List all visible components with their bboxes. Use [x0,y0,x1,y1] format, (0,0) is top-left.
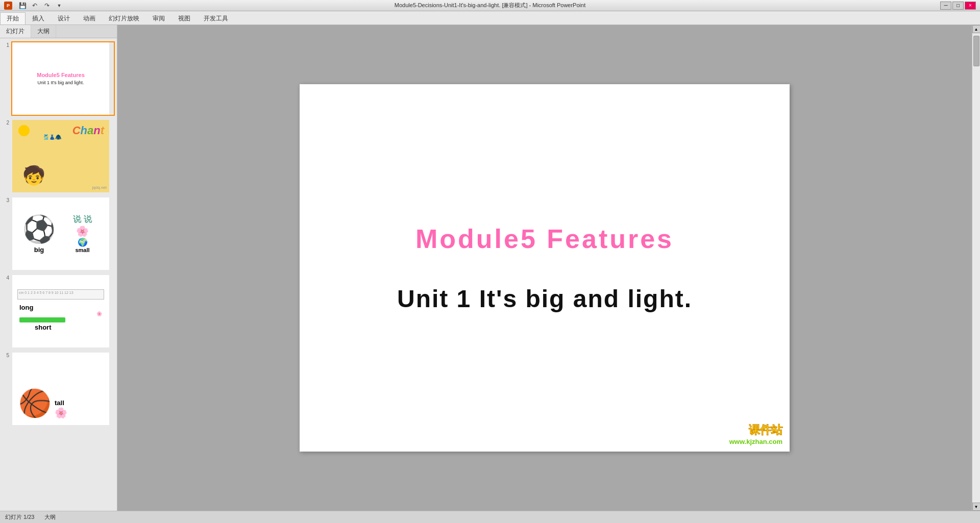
slide-thumb-5[interactable]: 🏀 tall 🌸 [11,352,115,426]
close-button[interactable]: × [965,2,976,10]
window-title: Module5-Decisions-Unit1-It's-big-and-lig… [395,2,585,9]
ruler-image: cm 0 1 2 3 4 5 6 7 8 9 10 11 12 13 [17,289,104,300]
slide1-subtitle: Unit 1 It's big and light. [38,80,84,85]
title-bar: P 💾 ↶ ↷ ▼ Module5-Decisions-Unit1-It's-b… [0,0,980,11]
small-section: 说 说 🌸 🌍 small [61,214,104,253]
slide-thumb-4[interactable]: cm 0 1 2 3 4 5 6 7 8 9 10 11 12 13 long … [11,274,115,348]
title-bar-left: P 💾 ↶ ↷ ▼ [4,0,67,11]
scroll-up-button[interactable]: ▲ [972,25,981,33]
slide-preview-3: ⚽ big 说 说 🌸 🌍 small [12,197,109,270]
tall-label: tall [55,399,67,407]
girl-illustration: 🧒 [22,165,45,186]
basketball-person-icon: 🏀 [18,388,52,419]
slide1-title: Module5 Features [37,72,85,78]
short-label: short [35,323,102,331]
clothes-illustration: 🎽👗🧥 [43,134,61,140]
tab-design[interactable]: 设计 [51,12,77,24]
tab-review[interactable]: 审阅 [146,12,172,24]
main-area: Module5 Features Unit 1 It's big and lig… [117,25,972,511]
slide-item-5[interactable]: 5 🏀 tall 🌸 [2,352,115,426]
chant-text: Chant [72,124,104,137]
slide-item-4[interactable]: 4 cm 0 1 2 3 4 5 6 7 8 9 10 11 12 13 lon… [2,274,115,348]
watermark-cn: 课件站 [729,422,782,438]
watermark-small: jqdq.net [92,185,107,190]
long-label: long [19,304,102,311]
slide-number-1: 1 [2,42,9,48]
slide-number-2: 2 [2,120,9,126]
tab-insert[interactable]: 插入 [26,12,51,24]
flower-icon: 🌸 [76,225,89,237]
slide-thumb-2[interactable]: Chant 🧒 🎽👗🧥 jqdq.net [11,119,115,193]
ruler-markings: cm 0 1 2 3 4 5 6 7 8 9 10 11 12 13 [19,291,74,294]
restore-button[interactable]: □ [952,2,964,10]
tab-start[interactable]: 开始 [0,12,26,24]
panel-tab-slides[interactable]: 幻灯片 [0,25,31,38]
app-icon: P [4,2,12,10]
tab-view[interactable]: 视图 [172,12,197,24]
main-slide-subtitle: Unit 1 It's big and light. [397,285,692,313]
slide-thumb-3[interactable]: ⚽ big 说 说 🌸 🌍 small [11,196,115,271]
theme-name: 大纲 [44,513,56,521]
slide-preview-1: Module5 Features Unit 1 It's big and lig… [12,42,109,115]
app-body: 幻灯片 大纲 1 Module5 Features Unit 1 It's bi… [0,25,980,511]
panel-tabs: 幻灯片 大纲 [0,25,117,38]
big-label: big [34,246,44,254]
big-section: ⚽ big [17,214,61,254]
earth-icon: 🌍 [78,237,88,247]
shuo-label: 说 说 [73,214,91,225]
main-slide[interactable]: Module5 Features Unit 1 It's big and lig… [300,84,790,452]
minimize-button[interactable]: ─ [940,2,951,10]
scroll-track [972,33,980,503]
flower-tall: 🌸 [55,407,67,419]
slide-number-4: 4 [2,275,9,281]
slide-number-5: 5 [2,353,9,358]
sun-decoration [18,125,30,136]
scroll-down-button[interactable]: ▼ [972,503,981,511]
slide-panel: 幻灯片 大纲 1 Module5 Features Unit 1 It's bi… [0,25,117,511]
slide-item-3[interactable]: 3 ⚽ big 说 说 🌸 🌍 small [2,196,115,271]
panel-tab-outline[interactable]: 大纲 [31,25,56,38]
soccer-ball-icon: ⚽ [22,214,56,245]
slide-list: 1 Module5 Features Unit 1 It's big and l… [0,38,117,511]
scroll-thumb[interactable] [973,36,979,66]
watermark-en: www.kjzhan.com [729,438,782,445]
redo-button[interactable]: ↷ [42,1,52,10]
slide-item-2[interactable]: 2 Chant 🧒 🎽👗🧥 jqdq.net [2,119,115,193]
slide-count: 幻灯片 1/23 [5,513,34,521]
save-button[interactable]: 💾 [17,1,28,10]
tab-slideshow[interactable]: 幻灯片放映 [102,12,146,24]
vertical-scrollbar[interactable]: ▲ ▼ [972,25,980,511]
slide-preview-2: Chant 🧒 🎽👗🧥 jqdq.net [12,120,109,192]
watermark: 课件站 www.kjzhan.com [729,422,782,445]
tall-text-section: tall 🌸 [55,399,67,419]
slide-number-3: 3 [2,197,9,203]
status-bar: 幻灯片 1/23 大纲 [0,511,980,523]
tab-devtools[interactable]: 开发工具 [197,12,235,24]
quick-access-toolbar: 💾 ↶ ↷ ▼ [14,0,67,11]
short-bar [19,317,65,322]
slide-preview-5: 🏀 tall 🌸 [12,353,109,425]
tab-animation[interactable]: 动画 [77,12,102,24]
small-label: small [75,247,89,253]
slide3-content: ⚽ big 说 说 🌸 🌍 small [15,201,106,267]
tall-content: 🏀 tall 🌸 [15,356,70,422]
undo-button[interactable]: ↶ [30,1,40,10]
slide-preview-4: cm 0 1 2 3 4 5 6 7 8 9 10 11 12 13 long … [12,275,109,347]
window-controls: ─ □ × [940,2,976,10]
dropdown-button[interactable]: ▼ [54,1,64,10]
ribbon-tabs: 开始 插入 设计 动画 幻灯片放映 审阅 视图 开发工具 [0,11,980,25]
long-short-content: long 🌸 short [15,302,106,333]
slide-item-1[interactable]: 1 Module5 Features Unit 1 It's big and l… [2,41,115,116]
main-slide-title: Module5 Features [415,223,674,254]
flower-small: 🌸 [96,311,102,316]
slide-thumb-1[interactable]: Module5 Features Unit 1 It's big and lig… [11,41,115,116]
